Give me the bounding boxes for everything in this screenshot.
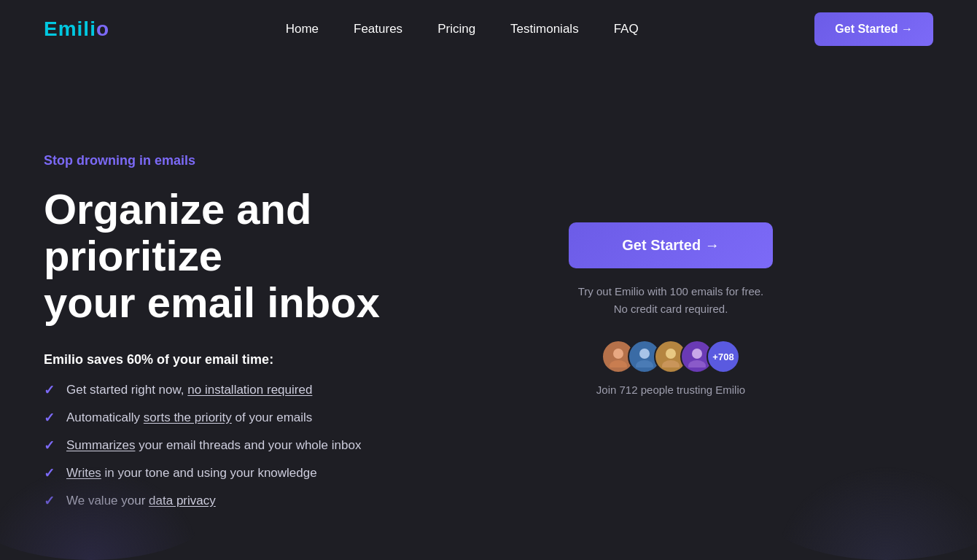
list-item: ✓ Writes in your tone and using your kno… xyxy=(44,465,554,481)
list-item: ✓ We value your data privacy xyxy=(44,493,554,509)
no-install-link[interactable]: no installation required xyxy=(187,383,312,397)
main-content: Stop drowning in emails Organize and pri… xyxy=(0,58,977,560)
hero-cta-button[interactable]: Get Started → xyxy=(569,222,773,268)
summarizes-link[interactable]: Summarizes xyxy=(66,438,135,452)
svg-point-0 xyxy=(613,349,623,359)
free-trial-text: Try out Emilio with 100 emails for free.… xyxy=(578,283,764,318)
list-item: ✓ Summarizes your email threads and your… xyxy=(44,438,554,454)
check-icon: ✓ xyxy=(44,382,55,398)
nav-features[interactable]: Features xyxy=(354,22,402,36)
nav-faq[interactable]: FAQ xyxy=(614,22,639,36)
join-text: Join 712 people trusting Emilio xyxy=(596,384,745,396)
time-savings-label: Emilio saves 60% of your email time: xyxy=(44,352,554,368)
check-icon: ✓ xyxy=(44,465,55,481)
list-item: ✓ Automatically sorts the priority of yo… xyxy=(44,410,554,426)
svg-point-5 xyxy=(662,360,680,368)
check-icon: ✓ xyxy=(44,438,55,454)
navigation: Emilio Home Features Pricing Testimonial… xyxy=(0,0,977,58)
svg-point-4 xyxy=(666,349,676,359)
nav-pricing[interactable]: Pricing xyxy=(437,22,475,36)
logo[interactable]: Emilio xyxy=(44,18,109,41)
hero-left: Stop drowning in emails Organize and pri… xyxy=(44,153,554,508)
svg-point-7 xyxy=(688,360,706,368)
features-list: ✓ Get started right now, no installation… xyxy=(44,382,554,509)
nav-testimonials[interactable]: Testimonials xyxy=(510,22,579,36)
writes-link[interactable]: Writes xyxy=(66,466,101,480)
hero-headline: Organize and prioritize your email inbox xyxy=(44,186,554,325)
data-privacy-link[interactable]: data privacy xyxy=(149,494,216,508)
hero-tagline: Stop drowning in emails xyxy=(44,153,554,168)
list-item: ✓ Get started right now, no installation… xyxy=(44,382,554,398)
check-icon: ✓ xyxy=(44,410,55,426)
nav-links: Home Features Pricing Testimonials FAQ xyxy=(286,22,639,36)
avatar-count-badge: +708 xyxy=(707,340,740,373)
sorts-priority-link[interactable]: sorts the priority xyxy=(144,411,232,424)
avatars-group: +708 xyxy=(602,340,740,373)
svg-point-6 xyxy=(692,349,702,359)
svg-point-2 xyxy=(639,349,650,359)
svg-point-1 xyxy=(610,360,627,368)
nav-home[interactable]: Home xyxy=(286,22,319,36)
nav-cta-button[interactable]: Get Started → xyxy=(814,12,933,46)
social-proof: +708 Join 712 people trusting Emilio xyxy=(596,340,745,396)
hero-right: Get Started → Try out Emilio with 100 em… xyxy=(554,222,787,440)
svg-point-3 xyxy=(636,360,653,368)
check-icon: ✓ xyxy=(44,493,55,509)
